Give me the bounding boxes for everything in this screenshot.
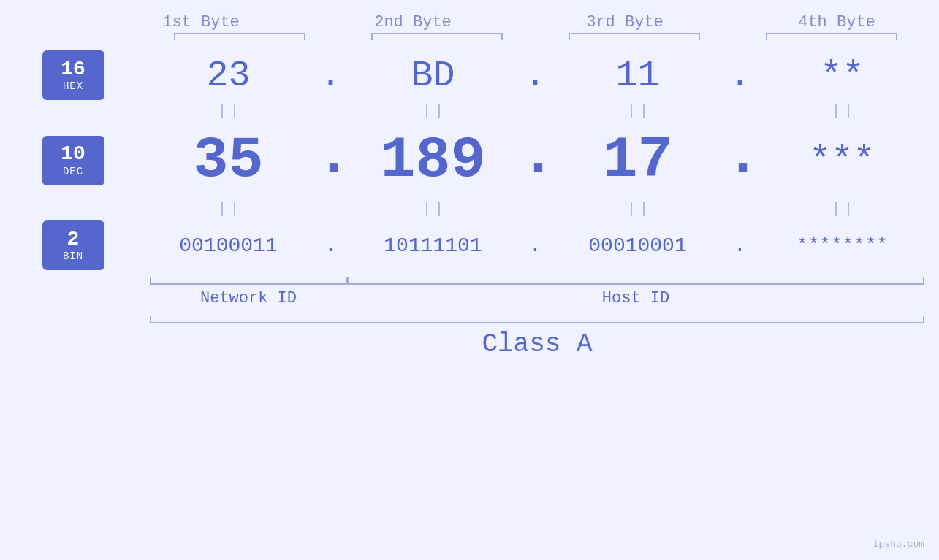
dec-row: 10 DEC 35 . 189 . 17 . *** (42, 123, 930, 198)
eq1-1: || (142, 103, 318, 120)
bin-val-3: 00010001 (550, 234, 726, 257)
byte-header-4: 4th Byte (749, 13, 924, 31)
bottom-brackets (150, 277, 924, 285)
top-bracket-2 (371, 33, 503, 40)
bin-badge-label: BIN (63, 250, 83, 262)
dec-values: 35 . 189 . 17 . *** (141, 123, 930, 198)
hex-val-2: BD (346, 55, 521, 96)
byte-header-2: 2nd Byte (325, 13, 501, 31)
dec-val-4: *** (755, 139, 930, 181)
eq1-4: || (756, 103, 932, 120)
bin-val-4: ******** (755, 234, 930, 256)
main-container: 1st Byte 2nd Byte 3rd Byte 4th Byte 16 H… (0, 0, 939, 560)
hex-val-4: ** (755, 55, 930, 96)
bin-values: 00100011 . 10111101 . 00010001 . *******… (141, 234, 930, 257)
bin-badge: 2 BIN (42, 220, 104, 270)
hex-row: 16 HEX 23 . BD . 11 . ** (42, 50, 930, 100)
dec-val-1: 35 (141, 127, 316, 193)
top-bracket-4 (766, 33, 897, 40)
byte-header-3: 3rd Byte (537, 13, 712, 31)
dec-dot-3: . (726, 123, 755, 198)
byte-headers-row: 1st Byte 2nd Byte 3rd Byte 4th Byte (113, 13, 924, 31)
hex-val-1: 23 (141, 55, 316, 96)
equals-row-1: || || || || (142, 103, 932, 120)
hex-badge: 16 HEX (42, 50, 104, 100)
dec-badge-label: DEC (63, 166, 83, 177)
dec-badge: 10 DEC (42, 136, 104, 185)
bin-val-2: 10111101 (346, 234, 521, 257)
network-id-label: Network ID (150, 289, 347, 307)
bin-dot-1: . (316, 234, 346, 257)
bin-val-1: 00100011 (141, 234, 316, 257)
top-bracket-1 (174, 33, 305, 40)
class-label-row: Class A (150, 329, 924, 359)
bin-row: 2 BIN 00100011 . 10111101 . 00010001 . *… (42, 220, 930, 270)
class-bracket-full (150, 316, 924, 323)
hex-badge-num: 16 (61, 58, 85, 81)
hex-badge-label: HEX (63, 80, 83, 92)
top-brackets (152, 33, 919, 40)
eq2-2: || (347, 201, 522, 218)
top-bracket-3 (569, 33, 700, 40)
class-bracket (150, 316, 924, 323)
hex-values: 23 . BD . 11 . ** (141, 55, 930, 96)
bin-dot-3: . (726, 234, 755, 257)
bin-dot-2: . (521, 234, 550, 257)
equals-row-2: || || || || (142, 201, 932, 218)
host-bracket (347, 277, 924, 285)
network-bracket (150, 277, 347, 285)
eq1-2: || (347, 103, 522, 120)
hex-dot-2: . (521, 55, 550, 96)
dec-val-2: 189 (346, 127, 521, 193)
class-label: Class A (482, 329, 592, 359)
eq2-1: || (142, 201, 318, 218)
hex-dot-3: . (726, 55, 755, 96)
bin-badge-num: 2 (67, 229, 80, 251)
dec-dot-2: . (521, 123, 550, 198)
watermark: ipshu.com (873, 539, 924, 550)
dec-val-3: 17 (550, 127, 726, 193)
host-id-label: Host ID (347, 289, 924, 307)
id-labels: Network ID Host ID (150, 289, 924, 307)
hex-val-3: 11 (550, 55, 726, 96)
eq2-4: || (756, 201, 932, 218)
dec-badge-num: 10 (61, 143, 85, 166)
byte-header-1: 1st Byte (113, 13, 289, 31)
eq1-3: || (552, 103, 727, 120)
eq2-3: || (552, 201, 727, 218)
dec-dot-1: . (316, 123, 346, 198)
hex-dot-1: . (316, 55, 346, 96)
